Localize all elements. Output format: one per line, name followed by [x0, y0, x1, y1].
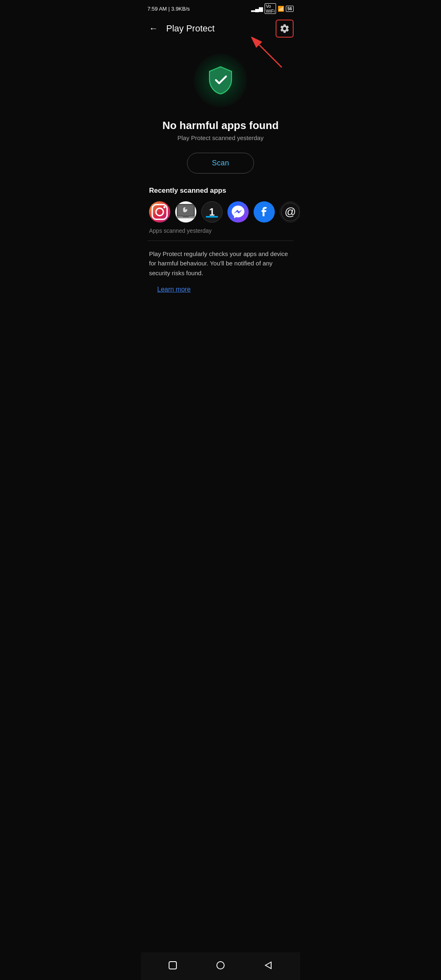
shield-glow — [194, 54, 247, 107]
scan-btn-wrap: Scan — [141, 153, 300, 174]
list-item[interactable] — [254, 201, 275, 223]
list-item[interactable]: 1 — [201, 201, 223, 223]
apps-date: Apps scanned yesterday — [141, 227, 300, 234]
main-text-area: No harmful apps found Play Protect scann… — [141, 115, 300, 153]
list-item[interactable]: @ — [280, 201, 300, 223]
no-harmful-title: No harmful apps found — [149, 119, 292, 132]
list-item[interactable] — [149, 201, 170, 223]
scan-button[interactable]: Scan — [187, 153, 254, 174]
battery-indicator: 56 — [286, 6, 294, 12]
system-tools-icon — [175, 201, 196, 223]
svg-text:@: @ — [285, 205, 296, 218]
gear-icon — [279, 23, 290, 34]
facebook-icon — [254, 201, 275, 223]
1password-icon: 1 — [202, 202, 222, 222]
shield-container — [141, 42, 300, 115]
learn-more-link[interactable]: Learn more — [149, 286, 199, 293]
top-nav: ← Play Protect — [141, 16, 300, 42]
section-divider — [147, 241, 294, 241]
vo-wifi-label: VoWiFi — [265, 3, 276, 14]
wifi-icon: 📶 — [278, 6, 284, 12]
status-icons: ▂▄▆ VoWiFi 📶 56 — [251, 3, 294, 14]
shield-icon — [206, 65, 235, 96]
threads-icon: @ — [280, 202, 300, 222]
svg-rect-8 — [183, 216, 189, 217]
status-bar: 7:59 AM | 3.9KB/s ▂▄▆ VoWiFi 📶 56 — [141, 0, 300, 16]
scanned-info: Play Protect scanned yesterday — [149, 134, 292, 141]
recently-scanned-section: Recently scanned apps — [141, 187, 300, 234]
page-title: Play Protect — [166, 23, 276, 34]
messenger-icon — [227, 201, 249, 223]
svg-point-4 — [163, 206, 165, 208]
description-text: Play Protect regularly checks your apps … — [141, 249, 300, 278]
svg-point-3 — [156, 208, 163, 216]
svg-text:1: 1 — [209, 206, 215, 218]
svg-point-12 — [229, 203, 248, 222]
app-icons-row: 1 — [141, 201, 300, 223]
back-button[interactable]: ← — [147, 22, 160, 36]
recently-scanned-title: Recently scanned apps — [141, 187, 300, 201]
status-time: 7:59 AM | 3.9KB/s — [147, 6, 190, 12]
settings-button[interactable] — [276, 20, 294, 38]
svg-rect-11 — [206, 216, 218, 218]
list-item[interactable] — [175, 201, 196, 223]
list-item[interactable] — [227, 201, 249, 223]
signal-icon: ▂▄▆ — [251, 6, 263, 12]
instagram-icon — [149, 201, 170, 223]
